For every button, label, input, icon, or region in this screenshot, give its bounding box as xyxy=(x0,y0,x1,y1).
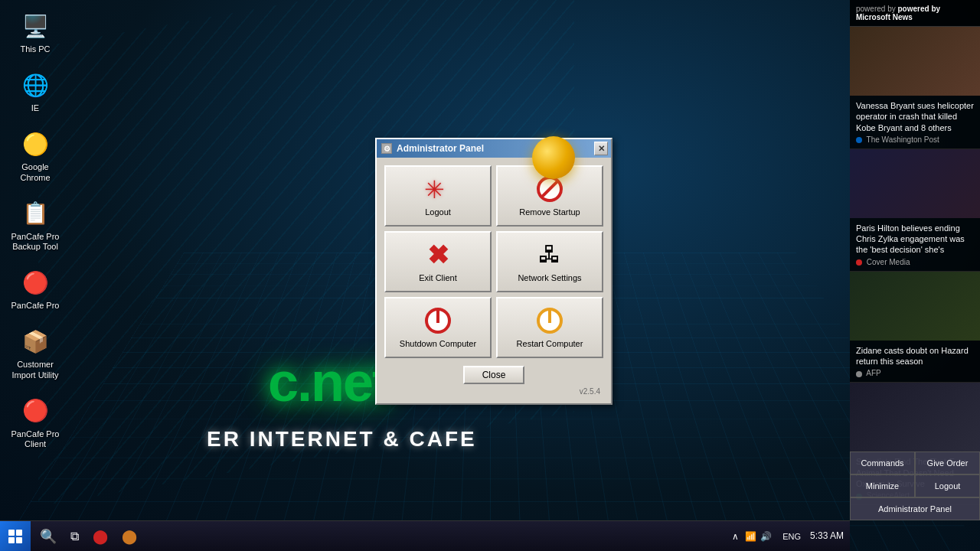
minimize-button[interactable]: Minimize xyxy=(850,474,915,497)
dialog-buttons-grid: Logout Remove Startup ✖ Exit Client xyxy=(384,165,603,358)
give-order-button[interactable]: Give Order xyxy=(915,452,980,474)
customer-import-label: Customer Import Utility xyxy=(11,360,60,380)
shutdown-computer-label: Shutdown Computer xyxy=(400,339,476,348)
dialog-close-area: Close xyxy=(384,366,603,384)
remove-startup-label: Remove Startup xyxy=(519,207,580,217)
remove-startup-symbol xyxy=(537,176,563,202)
network-settings-label: Network Settings xyxy=(518,273,581,282)
logout-button[interactable]: Logout xyxy=(384,165,492,227)
exit-client-button[interactable]: ✖ Exit Client xyxy=(384,231,492,292)
desktop-icon-pancafe-client[interactable]: 🔴 PanCafe Pro Client xyxy=(8,393,63,452)
taskbar: 🔍 ⧉ ⬤ ⬤ ∧ 📶 🔊 ENG 5:33 AM xyxy=(0,520,850,551)
chrome-icon: 🟡 xyxy=(20,129,51,159)
taskbar-item-taskview[interactable]: ⧉ xyxy=(64,523,85,550)
taskbar-item-search[interactable]: 🔍 xyxy=(34,523,63,550)
news-source-dot-2 xyxy=(856,259,862,266)
tray-chevron-icon[interactable]: ∧ xyxy=(729,530,741,543)
remove-startup-icon xyxy=(536,175,564,203)
news-source-dot-3 xyxy=(856,371,862,377)
dialog-titlebar[interactable]: ⚙ Administrator Panel ✕ xyxy=(377,139,611,158)
tray-network-icon[interactable]: 📶 xyxy=(744,530,756,543)
network-symbol: 🖧 xyxy=(538,242,561,268)
shutdown-computer-button[interactable]: Shutdown Computer xyxy=(384,297,492,358)
taskbar-clock[interactable]: 5:33 AM xyxy=(810,530,844,543)
shutdown-icon xyxy=(424,307,452,334)
desktop-icons-area: 🖥️ This PC 🌐 IE 🟡 Google Chrome 📋 PanCaf… xyxy=(8,8,63,452)
news-header: powered by powered by Microsoft News xyxy=(850,0,980,27)
taskbar-item-app2[interactable]: ⬤ xyxy=(116,523,143,550)
desktop-icon-pancafe-backup[interactable]: 📋 PanCafe Pro Backup Tool xyxy=(8,195,63,255)
logout-label: Logout xyxy=(425,207,451,217)
administrator-panel-dialog[interactable]: ⚙ Administrator Panel ✕ Logout Rem xyxy=(375,138,612,405)
dialog-close-button[interactable]: Close xyxy=(463,366,524,384)
taskbar-time: 5:33 AM xyxy=(810,530,844,543)
pancafe-pro-label: PanCafe Pro xyxy=(11,301,60,311)
desktop-icon-this-pc[interactable]: 🖥️ This PC xyxy=(8,8,63,57)
restart-computer-button[interactable]: Restart Computer xyxy=(496,297,603,358)
logout-symbol xyxy=(424,175,452,203)
ie-label: IE xyxy=(31,103,39,113)
news-title-1: Vanessa Bryant sues helicopter operator … xyxy=(856,100,974,133)
news-thumb-3 xyxy=(850,272,980,341)
ie-icon: 🌐 xyxy=(20,70,51,100)
news-title-2: Paris Hilton believes ending Chris Zylka… xyxy=(856,223,974,256)
customer-import-icon: 📦 xyxy=(20,326,51,357)
tray-icons: ∧ 📶 🔊 xyxy=(729,530,772,543)
desktop-icon-customer-import[interactable]: 📦 Customer Import Utility xyxy=(8,323,63,383)
restart-symbol xyxy=(537,308,563,334)
chrome-label: Google Chrome xyxy=(11,162,60,182)
desktop-icon-ie[interactable]: 🌐 IE xyxy=(8,67,63,116)
news-item-3[interactable]: Zidane casts doubt on Hazard return this… xyxy=(850,272,980,383)
news-text-area-1: Vanessa Bryant sues helicopter operator … xyxy=(850,96,980,148)
news-source-2: Cover Media xyxy=(856,258,974,266)
net-watermark: c.net xyxy=(268,350,389,413)
taskbar-pancafe-icon: ⬤ xyxy=(93,528,108,545)
network-settings-icon: 🖧 xyxy=(536,241,564,269)
shutdown-symbol xyxy=(425,308,451,334)
desktop-icon-pancafe-pro[interactable]: 🔴 PanCafe Pro xyxy=(8,264,63,314)
pancafe-pro-icon: 🔴 xyxy=(20,267,51,298)
taskview-icon: ⧉ xyxy=(70,530,79,543)
remove-startup-button[interactable]: Remove Startup xyxy=(496,165,603,227)
tray-lang[interactable]: ENG xyxy=(782,532,801,541)
restart-icon xyxy=(536,307,564,334)
taskbar-item-pancafe[interactable]: ⬤ xyxy=(87,523,114,550)
start-button[interactable] xyxy=(0,521,31,552)
desktop-icon-chrome[interactable]: 🟡 Google Chrome xyxy=(8,126,63,185)
bottom-right-panel: Commands Give Order Minimize Logout Admi… xyxy=(850,452,980,520)
news-text-area-3: Zidane casts doubt on Hazard return this… xyxy=(850,341,980,383)
news-source-dot-1 xyxy=(856,137,862,143)
taskbar-items: 🔍 ⧉ ⬤ ⬤ xyxy=(34,521,143,551)
btn-row-2: Minimize Logout xyxy=(850,474,980,497)
windows-icon xyxy=(8,530,22,543)
dialog-version: v2.5.4 xyxy=(384,387,603,396)
news-title-3: Zidane casts doubt on Hazard return this… xyxy=(856,345,974,367)
news-item-1[interactable]: Vanessa Bryant sues helicopter operator … xyxy=(850,27,980,149)
dialog-body: Logout Remove Startup ✖ Exit Client xyxy=(377,158,611,403)
internet-cafe-text: ER INTERNET & CAFE xyxy=(207,427,477,452)
tray-volume-icon[interactable]: 🔊 xyxy=(760,530,772,543)
dialog-title-icon: ⚙ xyxy=(381,143,392,154)
news-thumb-2 xyxy=(850,149,980,218)
logout-icon xyxy=(424,175,452,203)
news-thumb-4 xyxy=(850,383,980,452)
network-settings-button[interactable]: 🖧 Network Settings xyxy=(496,231,603,292)
pancafe-backup-label: PanCafe Pro Backup Tool xyxy=(11,232,60,252)
pancafe-client-icon: 🔴 xyxy=(20,396,51,426)
news-item-2[interactable]: Paris Hilton believes ending Chris Zylka… xyxy=(850,149,980,272)
dialog-close-x-button[interactable]: ✕ xyxy=(594,142,608,155)
news-text-area-2: Paris Hilton believes ending Chris Zylka… xyxy=(850,218,980,271)
btn-row-1: Commands Give Order xyxy=(850,452,980,474)
taskbar-app2-icon: ⬤ xyxy=(122,528,137,545)
taskbar-search-icon: 🔍 xyxy=(40,528,57,545)
exit-client-icon: ✖ xyxy=(424,241,452,269)
admin-panel-button[interactable]: Administrator Panel xyxy=(850,497,980,520)
taskbar-right: ∧ 📶 🔊 ENG 5:33 AM xyxy=(729,530,850,543)
news-source-3: AFP xyxy=(856,369,974,377)
exit-client-symbol: ✖ xyxy=(427,242,449,268)
restart-computer-label: Restart Computer xyxy=(517,339,583,348)
commands-button[interactable]: Commands xyxy=(850,452,915,474)
btn-row-3: Administrator Panel xyxy=(850,497,980,520)
logout-bottom-button[interactable]: Logout xyxy=(915,474,980,497)
pancafe-client-label: PanCafe Pro Client xyxy=(11,429,60,449)
